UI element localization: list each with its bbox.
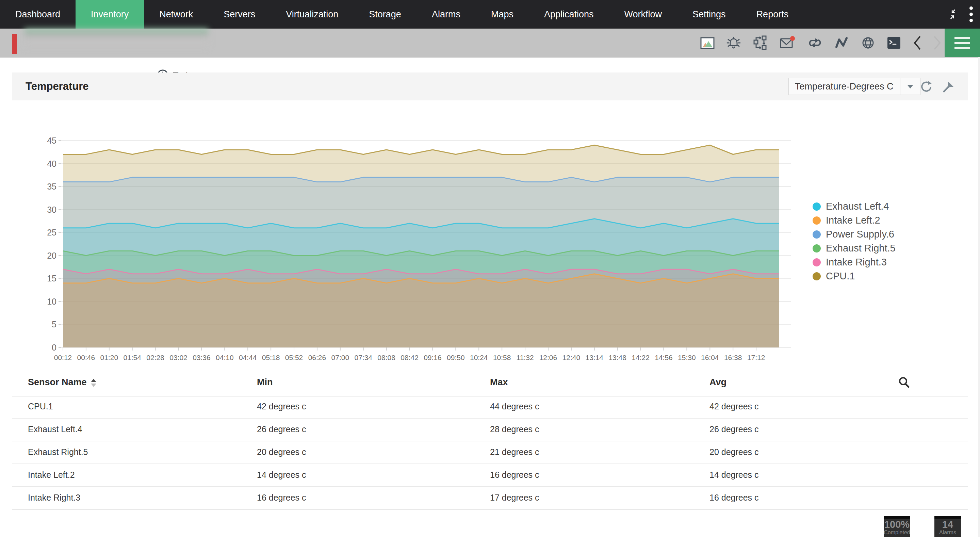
nav-item-maps[interactable]: Maps bbox=[476, 0, 529, 29]
report-image-icon[interactable] bbox=[700, 35, 715, 51]
dropdown-arrow-icon[interactable] bbox=[900, 78, 920, 95]
nav-item-workflow[interactable]: Workflow bbox=[609, 0, 678, 29]
legend-dot bbox=[813, 230, 821, 239]
svg-text:30: 30 bbox=[47, 205, 56, 214]
nav-item-alarms[interactable]: Alarms bbox=[417, 0, 476, 29]
toolbar-icon-row bbox=[700, 29, 943, 57]
legend-label: Exhaust Left.4 bbox=[826, 201, 889, 212]
device-name-blurred bbox=[24, 29, 208, 48]
sensor-table-body: CPU.142 degrees c44 degrees c42 degrees … bbox=[12, 396, 968, 510]
nav-item-network[interactable]: Network bbox=[144, 0, 208, 29]
legend-item-intake-left-2[interactable]: Intake Left.2 bbox=[813, 214, 896, 227]
metric-dropdown[interactable]: Temperature-Degrees C bbox=[788, 78, 920, 95]
svg-text:17:12: 17:12 bbox=[747, 354, 765, 362]
legend-label: CPU.1 bbox=[826, 271, 855, 282]
cell-sensor-name: Intake Right.3 bbox=[28, 493, 80, 503]
cell-avg: 20 degrees c bbox=[710, 447, 759, 457]
table-row-exhaust-right-5[interactable]: Exhaust Right.520 degrees c21 degrees c2… bbox=[12, 441, 968, 464]
column-sensor-name[interactable]: Sensor Name bbox=[28, 377, 96, 387]
svg-text:16:04: 16:04 bbox=[701, 354, 719, 362]
legend-label: Intake Right.3 bbox=[826, 257, 887, 268]
main-menu-button[interactable] bbox=[945, 29, 980, 57]
svg-text:01:54: 01:54 bbox=[123, 354, 141, 362]
legend-dot bbox=[813, 217, 821, 225]
nav-item-inventory[interactable]: Inventory bbox=[76, 0, 144, 29]
cell-sensor-name: Exhaust Right.5 bbox=[28, 447, 88, 457]
cell-avg: 16 degrees c bbox=[710, 493, 759, 503]
cell-avg: 26 degrees c bbox=[710, 424, 759, 434]
traffic-graph-icon[interactable] bbox=[834, 35, 850, 50]
cell-min: 14 degrees c bbox=[257, 470, 306, 480]
legend-label: Exhaust Right.5 bbox=[826, 243, 896, 254]
legend-dot bbox=[813, 202, 821, 210]
top-navigation: DashboardInventoryNetworkServersVirtuali… bbox=[0, 0, 980, 29]
column-max[interactable]: Max bbox=[490, 377, 508, 387]
svg-text:40: 40 bbox=[47, 159, 56, 169]
kebab-menu-icon[interactable] bbox=[969, 5, 974, 23]
sort-icon[interactable] bbox=[91, 379, 96, 387]
cell-min: 20 degrees c bbox=[257, 447, 306, 457]
column-min[interactable]: Min bbox=[257, 377, 273, 387]
column-avg[interactable]: Avg bbox=[710, 377, 727, 387]
opmanager-temperature-report: { "nav": { "items": [ {"id":"dashboard",… bbox=[0, 0, 980, 537]
mail-icon[interactable] bbox=[778, 35, 796, 51]
legend-item-exhaust-left-4[interactable]: Exhaust Left.4 bbox=[813, 199, 896, 214]
legend-item-cpu-1[interactable]: CPU.1 bbox=[813, 269, 896, 283]
nav-item-storage[interactable]: Storage bbox=[353, 0, 417, 29]
web-globe-icon[interactable] bbox=[860, 35, 876, 51]
svg-text:03:02: 03:02 bbox=[169, 354, 188, 362]
table-row-exhaust-left-4[interactable]: Exhaust Left.426 degrees c28 degrees c26… bbox=[12, 419, 968, 441]
cell-avg: 14 degrees c bbox=[710, 470, 759, 480]
back-chevron-icon[interactable] bbox=[912, 34, 922, 51]
forward-chevron-icon[interactable] bbox=[932, 34, 943, 51]
svg-text:12:40: 12:40 bbox=[563, 354, 581, 362]
nav-item-virtualization[interactable]: Virtualization bbox=[270, 0, 353, 29]
svg-text:5: 5 bbox=[52, 320, 56, 329]
rediscover-icon[interactable] bbox=[807, 35, 824, 50]
temperature-panel-header: Temperature Temperature-Degrees C bbox=[12, 72, 968, 100]
svg-text:00:12: 00:12 bbox=[54, 354, 72, 362]
cell-avg: 42 degrees c bbox=[710, 402, 759, 411]
nav-item-dashboard[interactable]: Dashboard bbox=[0, 0, 76, 29]
sensor-table-header: Sensor Name Min Max Avg bbox=[12, 371, 968, 397]
svg-text:10:58: 10:58 bbox=[493, 354, 511, 362]
svg-text:15:30: 15:30 bbox=[678, 354, 696, 362]
alarms-badge[interactable]: 14Alarms bbox=[934, 516, 961, 537]
collapse-icon[interactable] bbox=[946, 8, 959, 21]
svg-text:00:46: 00:46 bbox=[77, 354, 95, 362]
legend-item-intake-right-3[interactable]: Intake Right.3 bbox=[813, 255, 896, 269]
cell-max: 21 degrees c bbox=[490, 447, 539, 457]
svg-text:13:14: 13:14 bbox=[585, 354, 603, 362]
popout-icon[interactable] bbox=[941, 79, 956, 94]
temperature-area-chart[interactable]: 05101520253035404500:1200:4601:2001:5402… bbox=[27, 133, 803, 371]
nav-item-settings[interactable]: Settings bbox=[677, 0, 741, 29]
table-row-intake-left-2[interactable]: Intake Left.214 degrees c16 degrees c14 … bbox=[12, 464, 968, 487]
nav-item-servers[interactable]: Servers bbox=[208, 0, 270, 29]
svg-text:05:52: 05:52 bbox=[285, 354, 303, 362]
svg-text:20: 20 bbox=[47, 251, 56, 260]
table-search-icon[interactable] bbox=[897, 376, 911, 391]
table-row-cpu-1[interactable]: CPU.142 degrees c44 degrees c42 degrees … bbox=[12, 396, 968, 419]
legend-item-power-supply-6[interactable]: Power Supply.6 bbox=[813, 227, 896, 241]
cell-sensor-name: CPU.1 bbox=[28, 402, 53, 411]
nav-item-reports[interactable]: Reports bbox=[741, 0, 804, 29]
legend-label: Power Supply.6 bbox=[826, 229, 894, 240]
table-row-intake-right-3[interactable]: Intake Right.316 degrees c17 degrees c16… bbox=[12, 487, 968, 510]
alarm-bell-icon[interactable] bbox=[725, 35, 742, 51]
nav-item-applications[interactable]: Applications bbox=[529, 0, 609, 29]
legend-item-exhaust-right-5[interactable]: Exhaust Right.5 bbox=[813, 241, 896, 255]
svg-text:25: 25 bbox=[47, 228, 56, 237]
svg-text:12:06: 12:06 bbox=[539, 354, 557, 362]
svg-text:07:34: 07:34 bbox=[354, 354, 372, 362]
completed-badge[interactable]: 100%Completed bbox=[884, 516, 910, 537]
legend-dot bbox=[813, 244, 821, 252]
refresh-icon[interactable] bbox=[919, 79, 934, 94]
cell-max: 28 degrees c bbox=[490, 424, 539, 434]
scrollbar-track[interactable] bbox=[978, 57, 980, 537]
nav-right-actions bbox=[946, 0, 980, 29]
device-status-accent bbox=[12, 34, 17, 54]
svg-text:09:16: 09:16 bbox=[424, 354, 442, 362]
terminal-icon[interactable] bbox=[886, 36, 902, 50]
cell-min: 16 degrees c bbox=[257, 493, 306, 503]
workflow-icon[interactable] bbox=[752, 35, 768, 51]
